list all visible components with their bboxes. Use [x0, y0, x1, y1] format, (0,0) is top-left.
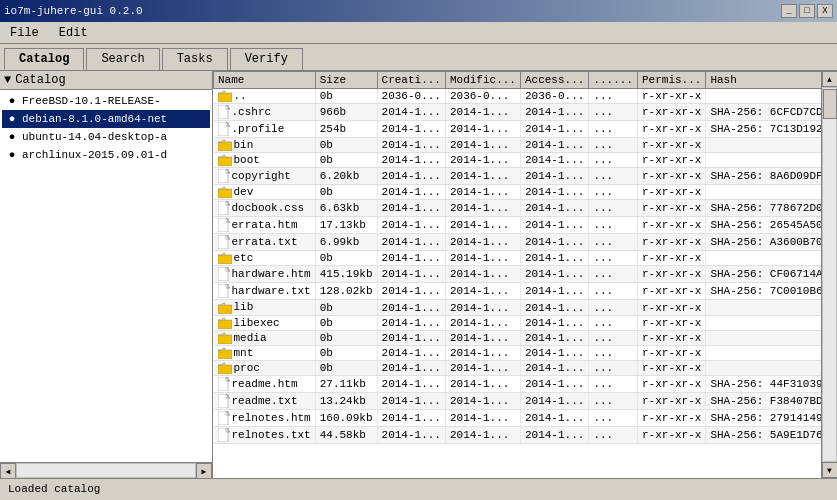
cell-accessed: 2014-1...	[520, 200, 588, 217]
cell-perms: r-xr-xr-x	[638, 121, 706, 138]
cell-created: 2014-1...	[377, 345, 445, 360]
table-row[interactable]: relnotes.htm 160.09kb 2014-1... 2014-1..…	[214, 409, 822, 426]
cell-created: 2014-1...	[377, 375, 445, 392]
menu-file[interactable]: File	[4, 24, 45, 42]
table-row[interactable]: proc 0b 2014-1... 2014-1... 2014-1... ..…	[214, 360, 822, 375]
catalog-header: ▼ Catalog	[0, 71, 212, 90]
table-row[interactable]: hardware.htm 415.19kb 2014-1... 2014-1..…	[214, 266, 822, 283]
cell-accessed: 2014-1...	[520, 153, 588, 168]
cell-size: 17.13kb	[315, 217, 377, 234]
tree-item-label: FreeBSD-10.1-RELEASE-	[22, 95, 161, 107]
cell-accessed: 2014-1...	[520, 138, 588, 153]
cell-hash: SHA-256: 7C0010B6CCA...	[706, 283, 821, 300]
cell-created: 2014-1...	[377, 283, 445, 300]
cell-perms: r-xr-xr-x	[638, 426, 706, 443]
cell-accessed: 2014-1...	[520, 426, 588, 443]
scroll-track[interactable]	[16, 463, 196, 478]
cell-col6: ...	[589, 330, 638, 345]
table-row[interactable]: lib 0b 2014-1... 2014-1... 2014-1... ...…	[214, 300, 822, 315]
svg-rect-21	[218, 428, 228, 442]
scroll-down-arrow[interactable]: ▼	[822, 462, 838, 478]
cell-col6: ...	[589, 168, 638, 185]
table-row[interactable]: errata.htm 17.13kb 2014-1... 2014-1... 2…	[214, 217, 822, 234]
cell-col6: ...	[589, 121, 638, 138]
tree-item-archlinux[interactable]: ● archlinux-2015.09.01-d	[2, 146, 210, 164]
close-button[interactable]: X	[817, 4, 833, 18]
table-row[interactable]: readme.htm 27.11kb 2014-1... 2014-1... 2…	[214, 375, 822, 392]
table-row[interactable]: boot 0b 2014-1... 2014-1... 2014-1... ..…	[214, 153, 822, 168]
cell-size: 6.20kb	[315, 168, 377, 185]
table-row[interactable]: hardware.txt 128.02kb 2014-1... 2014-1..…	[214, 283, 822, 300]
table-row[interactable]: copyright 6.20kb 2014-1... 2014-1... 201…	[214, 168, 822, 185]
table-row[interactable]: errata.txt 6.99kb 2014-1... 2014-1... 20…	[214, 234, 822, 251]
cell-created: 2014-1...	[377, 138, 445, 153]
cell-name: readme.txt	[214, 392, 316, 409]
col-extra: ......	[589, 72, 638, 89]
col-size: Size	[315, 72, 377, 89]
tab-catalog[interactable]: Catalog	[4, 48, 84, 70]
table-row[interactable]: mnt 0b 2014-1... 2014-1... 2014-1... ...…	[214, 345, 822, 360]
table-row[interactable]: etc 0b 2014-1... 2014-1... 2014-1... ...…	[214, 251, 822, 266]
cell-accessed: 2014-1...	[520, 345, 588, 360]
cell-perms: r-xr-xr-x	[638, 217, 706, 234]
cell-name: relnotes.htm	[214, 409, 316, 426]
tree-item-ubuntu[interactable]: ● ubuntu-14.04-desktop-a	[2, 128, 210, 146]
tree-item-freebsd[interactable]: ● FreeBSD-10.1-RELEASE-	[2, 92, 210, 110]
cell-hash: SHA-256: 778672D05CC...	[706, 200, 821, 217]
cell-hash: SHA-256: CF06714AAC5...	[706, 266, 821, 283]
cell-name: etc	[214, 251, 316, 266]
tab-search[interactable]: Search	[86, 48, 159, 70]
cell-created: 2014-1...	[377, 217, 445, 234]
cell-name: bin	[214, 138, 316, 153]
cell-size: 44.58kb	[315, 426, 377, 443]
scroll-thumb[interactable]	[823, 89, 837, 119]
cell-perms: r-xr-xr-x	[638, 153, 706, 168]
table-row[interactable]: relnotes.txt 44.58kb 2014-1... 2014-1...…	[214, 426, 822, 443]
scroll-left-arrow[interactable]: ◀	[0, 463, 16, 478]
table-row[interactable]: .profile 254b 2014-1... 2014-1... 2014-1…	[214, 121, 822, 138]
cell-perms: r-xr-xr-x	[638, 266, 706, 283]
col-perms: Permis...	[638, 72, 706, 89]
cell-accessed: 2014-1...	[520, 300, 588, 315]
cell-created: 2014-1...	[377, 360, 445, 375]
cell-perms: r-xr-xr-x	[638, 345, 706, 360]
menu-edit[interactable]: Edit	[53, 24, 94, 42]
tree-content: ● FreeBSD-10.1-RELEASE- ● debian-8.1.0-a…	[0, 90, 212, 462]
scroll-right-arrow[interactable]: ▶	[196, 463, 212, 478]
table-row[interactable]: .. 0b 2036-0... 2036-0... 2036-0... ... …	[214, 89, 822, 104]
minimize-button[interactable]: _	[781, 4, 797, 18]
cell-hash	[706, 185, 821, 200]
table-row[interactable]: dev 0b 2014-1... 2014-1... 2014-1... ...…	[214, 185, 822, 200]
cell-name: docbook.css	[214, 200, 316, 217]
scroll-track-vertical[interactable]	[822, 87, 837, 462]
cell-perms: r-xr-xr-x	[638, 392, 706, 409]
table-row[interactable]: media 0b 2014-1... 2014-1... 2014-1... .…	[214, 330, 822, 345]
scroll-up-arrow[interactable]: ▲	[822, 71, 838, 87]
maximize-button[interactable]: □	[799, 4, 815, 18]
cell-perms: r-xr-xr-x	[638, 251, 706, 266]
cell-modified: 2014-1...	[445, 200, 520, 217]
cell-hash	[706, 89, 821, 104]
svg-rect-9	[218, 235, 228, 249]
tree-item-label-4: archlinux-2015.09.01-d	[22, 149, 167, 161]
svg-rect-18	[218, 377, 228, 391]
table-row[interactable]: docbook.css 6.63kb 2014-1... 2014-1... 2…	[214, 200, 822, 217]
table-row[interactable]: libexec 0b 2014-1... 2014-1... 2014-1...…	[214, 315, 822, 330]
table-row[interactable]: readme.txt 13.24kb 2014-1... 2014-1... 2…	[214, 392, 822, 409]
cell-accessed: 2014-1...	[520, 409, 588, 426]
tab-tasks[interactable]: Tasks	[162, 48, 228, 70]
cell-name: lib	[214, 300, 316, 315]
cell-name: proc	[214, 360, 316, 375]
cell-modified: 2014-1...	[445, 234, 520, 251]
table-row[interactable]: .cshrc 966b 2014-1... 2014-1... 2014-1..…	[214, 104, 822, 121]
menu-bar: File Edit	[0, 22, 837, 44]
cell-name: relnotes.txt	[214, 426, 316, 443]
cell-perms: r-xr-xr-x	[638, 375, 706, 392]
cell-col6: ...	[589, 409, 638, 426]
cell-perms: r-xr-xr-x	[638, 315, 706, 330]
tab-verify[interactable]: Verify	[230, 48, 303, 70]
tree-item-debian[interactable]: ● debian-8.1.0-amd64-net	[2, 110, 210, 128]
table-row[interactable]: bin 0b 2014-1... 2014-1... 2014-1... ...…	[214, 138, 822, 153]
cell-modified: 2036-0...	[445, 89, 520, 104]
cell-created: 2014-1...	[377, 200, 445, 217]
